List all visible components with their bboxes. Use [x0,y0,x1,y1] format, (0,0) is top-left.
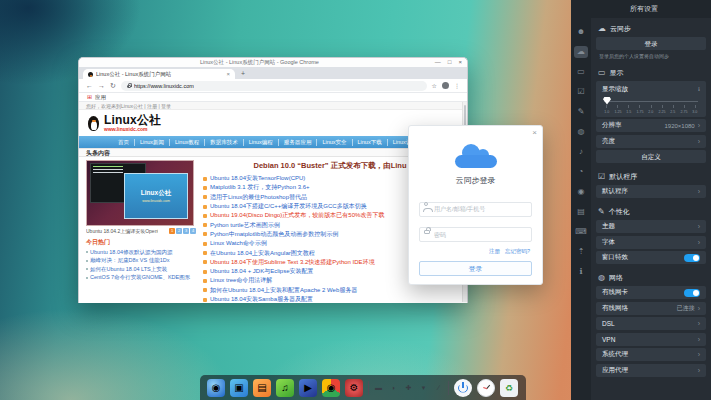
tray-icon[interactable]: ∕ [434,384,443,391]
profile-avatar[interactable] [442,82,449,89]
close-button[interactable]: × [458,58,462,67]
resolution-row[interactable]: 分辨率 1920×1080 › [596,119,706,132]
site-nav-item[interactable]: Linux编程 [244,139,279,146]
apps-shortcut[interactable]: 应用 [95,94,106,101]
carousel-page-button[interactable]: 4 [190,228,196,234]
trash-icon[interactable]: ♻ [500,379,518,397]
cloud-icon [455,142,497,168]
slider-handle[interactable] [603,97,611,105]
settings-nav-icon[interactable]: ▭ [574,66,588,78]
news-bullet-icon [203,177,207,181]
window-effects-toggle[interactable] [684,254,700,262]
vpn-row[interactable]: VPN › [596,333,706,346]
featured-image[interactable]: Linux公社 www.linuxidc.com [86,160,194,226]
shutdown-icon[interactable] [454,379,472,397]
carousel-page-button[interactable]: 1 [169,228,175,234]
default-apps-section-icon: ☑ [598,173,605,181]
tray-icon[interactable]: ✚ [404,384,413,392]
news-list-item[interactable]: 如何在Ubuntu 18.04上安装和配置Apache 2 Web服务器 [203,286,457,295]
forward-icon[interactable]: → [98,79,105,93]
hot-list-item[interactable]: Ubuntu 18.04修改默认源为国内源 [86,248,196,257]
settings-nav-icon[interactable]: ♪ [574,146,588,158]
login-button[interactable]: 登录 [419,261,532,276]
theme-row[interactable]: 主题 › [596,220,706,233]
news-bullet-icon [203,223,207,227]
carousel-page-button[interactable]: 3 [183,228,189,234]
site-nav-item[interactable]: 数据库技术 [205,139,244,146]
dialog-close-icon[interactable]: × [532,128,537,137]
minimize-button[interactable]: — [435,58,441,67]
scale-slider[interactable] [602,97,700,105]
username-input[interactable] [419,202,532,217]
dock-app-icon[interactable]: ▤ [253,379,271,397]
dock-app-icon[interactable]: ▶ [299,379,317,397]
password-input[interactable] [419,227,532,242]
settings-nav-icon[interactable]: ◉ [574,186,588,198]
maximize-button[interactable]: □ [448,58,452,67]
dsl-row[interactable]: DSL › [596,317,706,330]
news-bullet-icon [203,205,207,209]
apps-grid-icon[interactable]: ⊞ [87,93,92,102]
register-link[interactable]: 注册 [489,248,500,255]
dock-app-icon[interactable]: ◉ [207,379,225,397]
settings-nav-icon[interactable]: ⇡ [574,246,588,258]
bookmarks-bar: ⊞ 应用 [79,93,467,102]
tray-icon[interactable]: ▬ [374,384,383,391]
brightness-row[interactable]: 亮度 › [596,135,706,148]
default-apps-row[interactable]: 默认程序 › [596,185,706,198]
new-tab-button[interactable]: + [241,69,245,79]
chrome-menu-icon[interactable]: ⋮ [454,82,460,89]
browser-tab[interactable]: Linux公社 - Linux系统门户网站 × [83,69,235,79]
settings-nav-icon[interactable]: ◍ [574,126,588,138]
site-nav-item[interactable]: Linux教程 [170,139,205,146]
site-nav-item[interactable]: Linux新闻 [135,139,170,146]
wired-adapter-toggle[interactable] [684,289,700,297]
cloud-caption: 登录后您的个人设置将自动同步 [599,53,703,59]
bookmark-star-icon[interactable]: ☆ [432,82,437,89]
hot-list-item[interactable]: 如何在Ubuntu 18.04 LTS上安装 [86,265,196,274]
tab-close-icon[interactable]: × [226,71,230,77]
cloud-login-button[interactable]: 登录 [596,37,706,50]
wired-network-row[interactable]: 有线网络 已连接 › [596,302,706,315]
custom-settings-button[interactable]: 自定义 [596,150,706,163]
site-nav-item[interactable]: 服务器应用 [279,139,318,146]
site-nav-item[interactable]: Linux下载 [353,139,388,146]
clock-icon[interactable] [477,379,495,397]
settings-nav-icon[interactable]: ☻ [574,26,588,38]
settings-nav-icon[interactable]: ◔ [574,166,588,178]
dock-app-icon[interactable]: ⚙ [345,379,363,397]
dock-app-icon[interactable]: ◉ [322,379,340,397]
wired-status: 已连接 [677,304,695,313]
system-proxy-row[interactable]: 系统代理 › [596,348,706,361]
site-topbar[interactable]: 您好，欢迎来到Linux公社 | 注册 | 登录 [79,102,467,110]
news-list-item[interactable]: Ubuntu 18.04安装Samba服务器及配置 [203,295,457,302]
hot-list-item[interactable]: 巅峰对决：尼康D8x VS 佳能1Dx [86,257,196,266]
reload-icon[interactable]: ↻ [110,79,116,93]
scale-tick: 2.5 [670,105,676,114]
settings-nav-icon[interactable]: ℹ [574,266,588,278]
forgot-password-link[interactable]: 忘记密码? [505,248,530,255]
browser-titlebar[interactable]: Linux公社 - Linux系统门户网站 - Google Chrome — … [79,58,467,67]
settings-nav-icon[interactable]: ▤ [574,206,588,218]
dock-app-icon[interactable]: ♫ [276,379,294,397]
url-bar[interactable]: https://www.linuxidc.com [121,81,427,91]
settings-nav-icon[interactable]: ☑ [574,86,588,98]
chevron-right-icon: › [698,188,700,195]
tray-icon[interactable]: ▾ [419,384,428,392]
settings-nav-icon[interactable]: ⌨ [574,226,588,238]
hot-list-item[interactable]: CentOS 7命令行安装GNOME、KDE图形 [86,274,196,283]
site-nav-item[interactable]: 首页 [113,139,135,146]
font-row[interactable]: 字体 › [596,236,706,249]
settings-nav-icon[interactable]: ✎ [574,106,588,118]
settings-nav-icon[interactable]: ☁ [574,46,588,58]
featured-caption[interactable]: Ubuntu 18.04.2上编译安装OpenCV [86,228,158,234]
hot-list: Ubuntu 18.04修改默认源为国内源 巅峰对决：尼康D8x VS 佳能1D… [86,248,196,282]
back-icon[interactable]: ← [86,79,93,93]
site-nav-item[interactable]: Linux安全 [317,139,352,146]
dock-app-icon[interactable]: ▣ [230,379,248,397]
app-proxy-row[interactable]: 应用代理 › [596,364,706,377]
tray-icon[interactable]: ◗ [389,384,398,391]
scale-label: 显示缩放 [602,85,628,94]
carousel-page-button[interactable]: 2 [176,228,182,234]
scale-tick: 1.75 [636,105,644,114]
